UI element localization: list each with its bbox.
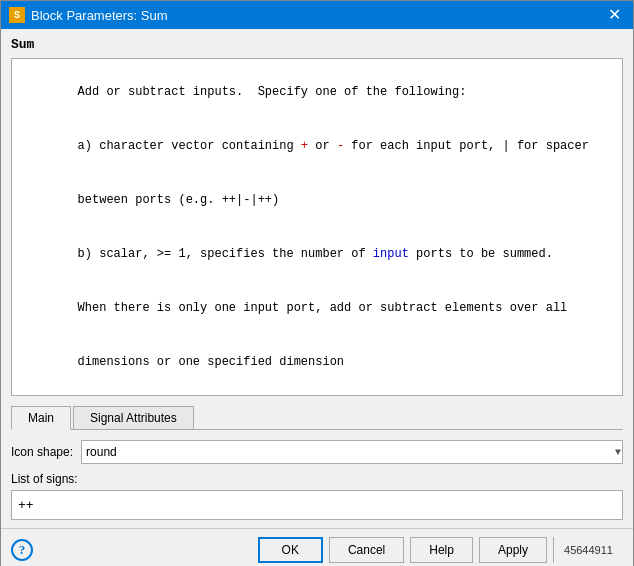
desc-text-3: between ports (e.g. ++|-|++) [78, 193, 280, 207]
window-icon-label: S [14, 10, 20, 21]
desc-line-4: b) scalar, >= 1, specifies the number of… [20, 227, 614, 281]
desc-text-5: When there is only one input port, add o… [78, 301, 568, 315]
desc-line-6: dimensions or one specified dimension [20, 335, 614, 389]
desc-input: input [373, 247, 409, 261]
desc-or: or [308, 139, 337, 153]
tab-main-label: Main [28, 411, 54, 425]
desc-line-3: between ports (e.g. ++|-|++) [20, 173, 614, 227]
list-of-signs-label: List of signs: [11, 472, 623, 486]
list-of-signs-input[interactable] [11, 490, 623, 520]
desc-plus: + [301, 139, 308, 153]
tab-main[interactable]: Main [11, 406, 71, 430]
window-icon: S [9, 7, 25, 23]
window-title: Block Parameters: Sum [31, 8, 168, 23]
list-of-signs-container: List of signs: [11, 472, 623, 520]
desc-text-4-pre: b) scalar, >= 1, specifies the number of [78, 247, 373, 261]
status-bar: 45644911 [553, 537, 623, 563]
icon-shape-label: Icon shape: [11, 445, 73, 459]
desc-minus: - [337, 139, 344, 153]
desc-line-2: a) character vector containing + or - fo… [20, 119, 614, 173]
icon-shape-row: Icon shape: round rectangular ▼ [11, 440, 623, 464]
status-text: 45644911 [564, 544, 613, 556]
bottom-bar: ? OK Cancel Help Apply 45644911 [1, 528, 633, 566]
help-button[interactable]: Help [410, 537, 473, 563]
desc-text-2a-post: for each input port, [344, 139, 495, 153]
desc-line-5: When there is only one input port, add o… [20, 281, 614, 335]
description-box: Add or subtract inputs. Specify one of t… [11, 58, 623, 396]
desc-text-2a-pre: a) character vector containing [78, 139, 301, 153]
desc-text-6: dimensions or one specified dimension [78, 355, 344, 369]
desc-line-1: Add or subtract inputs. Specify one of t… [20, 65, 614, 119]
tabs-container: Main Signal Attributes [11, 406, 623, 430]
main-window: S Block Parameters: Sum ✕ Sum Add or sub… [0, 0, 634, 566]
cancel-button[interactable]: Cancel [329, 537, 404, 563]
ok-button[interactable]: OK [258, 537, 323, 563]
title-bar: S Block Parameters: Sum ✕ [1, 1, 633, 29]
icon-shape-select[interactable]: round rectangular [81, 440, 623, 464]
form-area: Icon shape: round rectangular ▼ List of … [11, 440, 623, 520]
icon-shape-select-wrapper: round rectangular ▼ [81, 440, 623, 464]
tab-signal-attributes[interactable]: Signal Attributes [73, 406, 194, 429]
desc-spacer: | for spacer [495, 139, 589, 153]
desc-text-1: Add or subtract inputs. Specify one of t… [78, 85, 467, 99]
desc-text-4-post: ports to be summed. [409, 247, 553, 261]
close-button[interactable]: ✕ [604, 7, 625, 23]
tab-signal-attributes-label: Signal Attributes [90, 411, 177, 425]
help-circle-icon[interactable]: ? [11, 539, 33, 561]
bottom-left: ? [11, 539, 33, 561]
block-name: Sum [11, 37, 623, 52]
bottom-buttons: OK Cancel Help Apply 45644911 [258, 537, 623, 563]
title-bar-left: S Block Parameters: Sum [9, 7, 168, 23]
apply-button[interactable]: Apply [479, 537, 547, 563]
content-area: Sum Add or subtract inputs. Specify one … [1, 29, 633, 528]
